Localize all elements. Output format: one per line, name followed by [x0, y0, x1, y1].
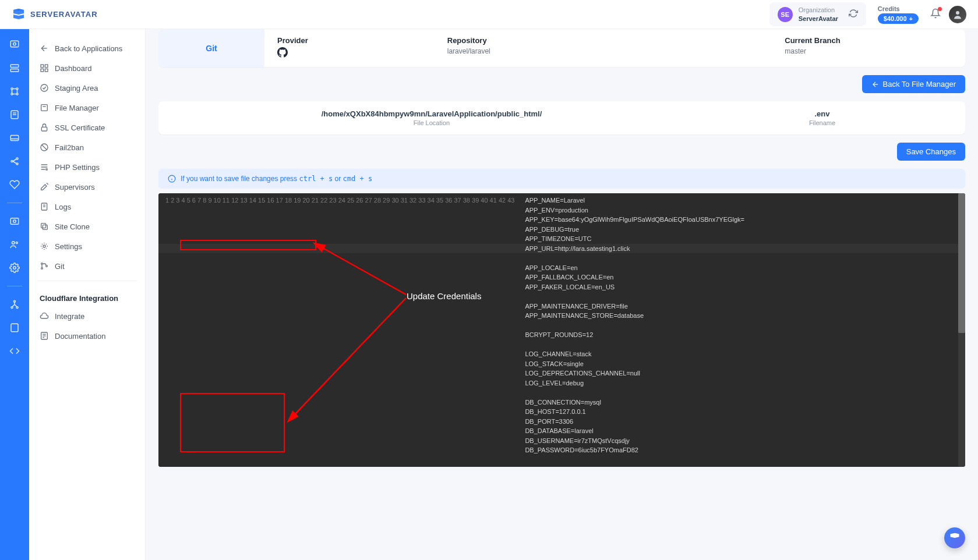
svg-point-6 — [16, 88, 18, 90]
alert-mid: or — [335, 175, 343, 183]
notification-dot — [938, 7, 942, 11]
svg-point-31 — [41, 84, 48, 91]
branch-value: master — [785, 47, 952, 55]
svg-rect-34 — [41, 127, 47, 131]
save-shortcut-hint: If you want to save file changes press c… — [158, 169, 965, 189]
org-avatar: SE — [778, 7, 793, 22]
sidebar-item-documentation[interactable]: Documentation — [29, 326, 145, 346]
rail-docs-icon[interactable] — [9, 322, 20, 333]
svg-point-5 — [11, 88, 13, 90]
svg-point-7 — [11, 93, 13, 95]
documentation-icon — [40, 331, 49, 341]
svg-point-18 — [13, 220, 16, 223]
svg-rect-30 — [45, 69, 48, 72]
sidebar-item-settings[interactable]: Settings — [29, 236, 145, 256]
sidebar-item-label: Fail2ban — [55, 143, 84, 152]
sidebar-item-logs[interactable]: Logs — [29, 197, 145, 217]
chat-help-button[interactable] — [944, 527, 965, 548]
credits-label: Credits — [878, 5, 919, 12]
org-name: ServerAvatar — [799, 15, 838, 23]
rail-security-icon[interactable] — [9, 179, 20, 190]
svg-point-19 — [12, 242, 15, 244]
file-location: /home/xQXbX84hbmpyw9mn/LaravelApplicatio… — [171, 109, 692, 118]
alert-key1: ctrl + s — [299, 175, 333, 183]
sidebar-item-label: Site Clone — [55, 222, 90, 231]
git-tab[interactable]: Git — [158, 29, 264, 67]
svg-point-20 — [16, 242, 17, 244]
sidebar-item-file-manager[interactable]: File Manager — [29, 98, 145, 118]
file-manager-icon — [40, 103, 49, 112]
sidebar-item-supervisors[interactable]: Supervisors — [29, 177, 145, 197]
rail-servers-icon[interactable] — [9, 63, 20, 73]
organization-switcher[interactable]: SE Organization ServerAvatar — [769, 2, 866, 26]
save-changes-button[interactable]: Save Changes — [897, 143, 965, 161]
svg-point-44 — [41, 263, 43, 265]
site-clone-icon — [40, 222, 49, 231]
svg-point-0 — [956, 11, 959, 15]
sidebar-item-integrate[interactable]: Integrate — [29, 306, 145, 326]
rail-team-icon[interactable] — [9, 239, 20, 250]
editor-scrollbar-thumb[interactable] — [958, 193, 965, 333]
main-content: Git Provider Repository laravel/laravel … — [146, 29, 978, 560]
filename: .env — [692, 109, 952, 118]
arrow-left-icon — [871, 80, 880, 88]
svg-rect-12 — [10, 136, 19, 141]
svg-point-21 — [13, 267, 16, 270]
credits-block: Credits $40.000 + — [878, 5, 919, 24]
svg-point-24 — [16, 307, 18, 309]
repository-value: laravel/laravel — [447, 47, 783, 55]
rail-storage-icon[interactable] — [9, 133, 20, 143]
sidebar-item-ssl-certificate[interactable]: SSL Certificate — [29, 118, 145, 137]
rail-divider — [7, 203, 22, 203]
rail-network-icon[interactable] — [9, 156, 20, 166]
svg-rect-27 — [41, 65, 44, 68]
github-icon — [277, 47, 445, 60]
file-path-card: /home/xQXbX84hbmpyw9mn/LaravelApplicatio… — [158, 101, 965, 134]
sidebar-item-php-settings[interactable]: PHP Settings — [29, 157, 145, 177]
branch-label: Current Branch — [785, 36, 952, 45]
svg-point-16 — [16, 163, 18, 165]
editor-code[interactable]: APP_NAME=Laravel APP_ENV=production APP_… — [519, 193, 965, 467]
sidebar-item-label: Settings — [55, 242, 82, 251]
code-editor[interactable]: 1 2 3 4 5 6 7 8 9 10 11 12 13 14 15 16 1… — [158, 193, 965, 467]
sidebar-item-dashboard[interactable]: Dashboard — [29, 58, 145, 78]
repo-info-card: Git Provider Repository laravel/laravel … — [158, 29, 965, 67]
rail-tree-icon[interactable] — [9, 299, 20, 310]
integrate-icon — [40, 311, 49, 321]
sidebar-item-site-clone[interactable]: Site Clone — [29, 217, 145, 236]
svg-rect-25 — [11, 324, 18, 332]
editor-gutter: 1 2 3 4 5 6 7 8 9 10 11 12 13 14 15 16 1… — [158, 193, 519, 467]
file-location-label: File Location — [171, 119, 692, 126]
user-avatar[interactable] — [949, 6, 966, 23]
back-to-file-manager-button[interactable]: Back To File Manager — [862, 75, 966, 93]
sidebar-item-git[interactable]: Git — [29, 256, 145, 276]
save-label: Save Changes — [906, 147, 956, 156]
svg-point-23 — [11, 307, 13, 309]
back-to-applications[interactable]: Back to Applications — [29, 38, 145, 58]
rail-billing-icon[interactable] — [9, 216, 20, 226]
logs-icon — [40, 202, 49, 211]
sidebar-item-label: Staging Area — [55, 84, 98, 93]
top-bar: SERVERAVATAR SE Organization ServerAvata… — [0, 0, 978, 29]
rail-apps-icon[interactable] — [9, 86, 20, 97]
svg-rect-3 — [10, 65, 19, 68]
credits-badge[interactable]: $40.000 + — [878, 13, 919, 24]
app-sidebar: Back to Applications DashboardStaging Ar… — [29, 29, 146, 560]
editor-scrollbar-track[interactable] — [958, 193, 965, 467]
refresh-icon[interactable] — [849, 9, 858, 20]
sidebar-item-fail2ban[interactable]: Fail2ban — [29, 137, 145, 157]
sidebar-item-staging-area[interactable]: Staging Area — [29, 78, 145, 98]
svg-rect-28 — [45, 65, 48, 68]
rail-api-icon[interactable] — [9, 346, 20, 356]
rail-db-icon[interactable] — [9, 109, 20, 120]
sidebar-item-label: Supervisors — [55, 183, 95, 192]
sidebar-divider — [37, 281, 137, 281]
rail-settings-icon[interactable] — [9, 263, 20, 273]
svg-point-37 — [46, 169, 48, 171]
brand-logo[interactable]: SERVERAVATAR — [12, 8, 98, 22]
sidebar-item-label: Git — [55, 262, 65, 271]
rail-dashboard-icon[interactable] — [9, 40, 20, 50]
svg-point-8 — [16, 93, 18, 95]
notifications-button[interactable] — [930, 8, 941, 21]
svg-rect-41 — [43, 225, 47, 229]
